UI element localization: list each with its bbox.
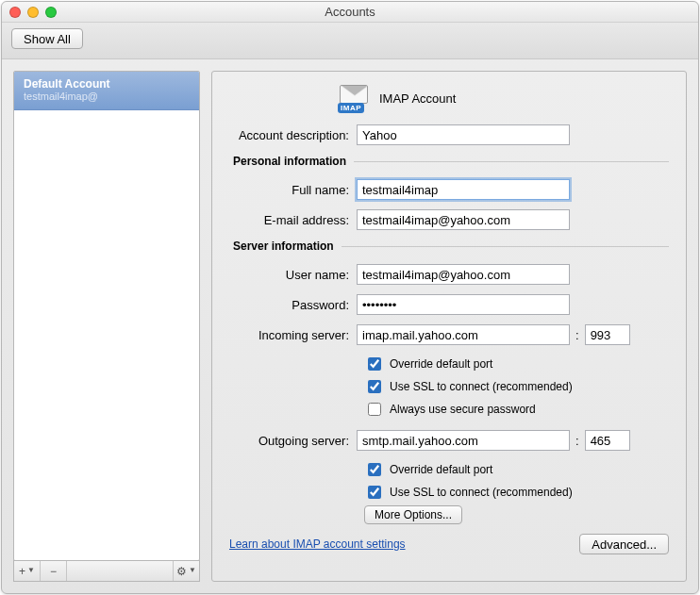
- accounts-window: Accounts Show All Default Account testma…: [1, 1, 699, 594]
- chevron-down-icon: ▼: [189, 566, 196, 574]
- outgoing-port-input[interactable]: [585, 430, 630, 451]
- account-title: Default Account: [24, 77, 190, 91]
- personal-section: Personal information: [229, 155, 669, 168]
- sidebar: Default Account testmail4imap@ +▼ − ⚙▼: [13, 71, 200, 582]
- port-separator: :: [575, 434, 579, 448]
- divider: [342, 246, 669, 247]
- imap-badge: IMAP: [338, 103, 364, 113]
- add-account-button[interactable]: +▼: [14, 561, 41, 581]
- server-section: Server information: [229, 240, 669, 253]
- incoming-server-input[interactable]: [357, 324, 570, 345]
- incoming-override-port-checkbox[interactable]: [368, 357, 381, 371]
- minimize-icon[interactable]: [27, 7, 39, 18]
- sidebar-spacer: [67, 561, 173, 581]
- account-actions-button[interactable]: ⚙▼: [173, 561, 199, 581]
- email-input[interactable]: [357, 209, 570, 230]
- incoming-secure-pw-label: Always use secure password: [390, 403, 536, 416]
- server-section-title: Server information: [229, 240, 342, 253]
- description-label: Account description:: [229, 128, 357, 142]
- close-icon[interactable]: [9, 7, 21, 18]
- minus-icon: −: [50, 565, 57, 578]
- divider: [354, 161, 669, 162]
- incoming-override-port-label: Override default port: [390, 357, 492, 371]
- sidebar-toolbar: +▼ − ⚙▼: [13, 560, 200, 582]
- username-label: User name:: [229, 268, 357, 282]
- account-list[interactable]: Default Account testmail4imap@: [13, 71, 200, 561]
- account-list-item[interactable]: Default Account testmail4imap@: [14, 72, 199, 110]
- plus-icon: +: [19, 565, 25, 578]
- personal-section-title: Personal information: [229, 155, 354, 168]
- password-input[interactable]: [357, 294, 570, 315]
- fullname-label: Full name:: [229, 183, 357, 197]
- content-area: Default Account testmail4imap@ +▼ − ⚙▼: [2, 59, 698, 593]
- account-email: testmail4imap@: [24, 91, 190, 102]
- outgoing-label: Outgoing server:: [229, 434, 357, 448]
- incoming-secure-pw-checkbox[interactable]: [368, 403, 381, 416]
- gear-icon: ⚙: [176, 565, 187, 578]
- password-label: Password:: [229, 298, 357, 312]
- remove-account-button[interactable]: −: [41, 561, 67, 581]
- toolbar: Show All: [2, 23, 698, 59]
- chevron-down-icon: ▼: [27, 566, 35, 574]
- more-options-button[interactable]: More Options...: [364, 505, 462, 524]
- outgoing-override-port-label: Override default port: [390, 463, 492, 476]
- window-title: Accounts: [325, 5, 375, 19]
- outgoing-ssl-label: Use SSL to connect (recommended): [390, 486, 573, 499]
- envelope-icon: [340, 85, 368, 104]
- incoming-ssl-label: Use SSL to connect (recommended): [390, 380, 573, 393]
- outgoing-server-input[interactable]: [357, 430, 570, 451]
- incoming-port-input[interactable]: [585, 324, 630, 345]
- imap-account-icon: IMAP: [338, 85, 370, 111]
- window-controls: [9, 7, 57, 18]
- show-all-button[interactable]: Show All: [11, 28, 83, 49]
- learn-imap-link[interactable]: Learn about IMAP account settings: [229, 537, 406, 551]
- account-type-label: IMAP Account: [379, 91, 456, 106]
- email-label: E-mail address:: [229, 213, 357, 227]
- advanced-button[interactable]: Advanced...: [579, 534, 669, 554]
- fullname-input[interactable]: [357, 179, 570, 200]
- port-separator: :: [575, 328, 579, 342]
- incoming-label: Incoming server:: [229, 328, 357, 342]
- description-input[interactable]: [357, 124, 570, 145]
- outgoing-ssl-checkbox[interactable]: [368, 486, 381, 499]
- username-input[interactable]: [357, 264, 570, 285]
- incoming-ssl-checkbox[interactable]: [368, 380, 381, 393]
- account-type-header: IMAP IMAP Account: [338, 85, 669, 111]
- zoom-icon[interactable]: [45, 7, 57, 18]
- account-detail-panel: IMAP IMAP Account Account description: P…: [211, 71, 687, 582]
- titlebar: Accounts: [2, 2, 698, 23]
- outgoing-override-port-checkbox[interactable]: [368, 463, 381, 476]
